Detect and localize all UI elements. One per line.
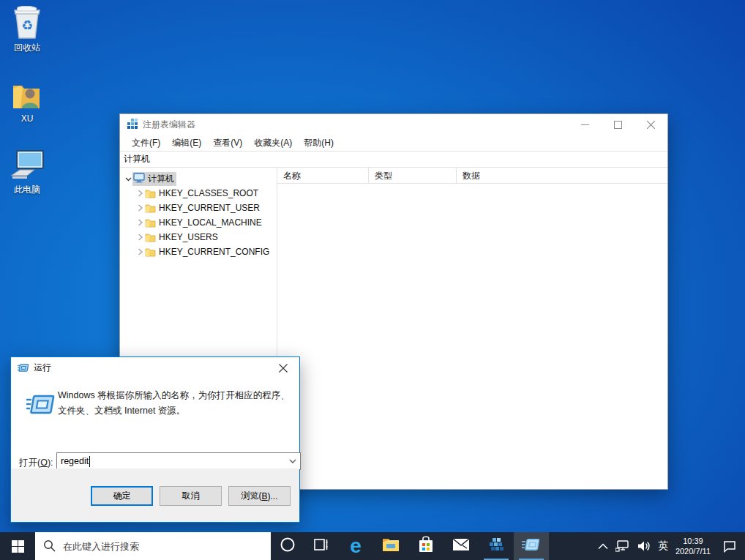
open-field-label: 打开(O): [19,457,53,469]
chevron-right-icon[interactable] [135,248,144,255]
mail-icon [452,538,470,554]
action-center-button[interactable] [714,532,745,560]
dropdown-button[interactable] [285,453,300,469]
tree-item-hkey-users[interactable]: HKEY_USERS [120,230,277,244]
run-description-line2: 文件夹、文档或 Internet 资源。 [58,403,292,419]
chevron-right-icon[interactable] [135,234,144,241]
cortana-icon [280,537,296,556]
task-view-button[interactable] [304,532,338,560]
run-dialog: 运行 Windows 将根据你所输入的名称，为你打开相应的程序、 文件夹、文档或… [10,356,300,523]
folder-icon [145,218,156,228]
run-description-line1: Windows 将根据你所输入的名称，为你打开相应的程序、 [58,388,292,403]
tree-item-label: 计算机 [148,173,174,185]
desktop-icon-user-folder[interactable]: XU [1,78,53,124]
tree-item-hkey-current-config[interactable]: HKEY_CURRENT_CONFIG [120,244,277,259]
regedit-icon [487,536,505,556]
desktop-icon-label: 此电脑 [1,184,53,196]
desktop-wallpaper: ♻ 回收站 XU 此电脑 [0,0,745,560]
run-dialog-title: 运行 [34,362,266,374]
system-tray: 英 10:39 2020/7/11 [594,532,745,560]
chevron-right-icon[interactable] [135,219,144,226]
desktop-icon-label: 回收站 [1,42,53,54]
run-dialog-titlebar[interactable]: 运行 [11,357,299,378]
desktop-icon-recycle-bin[interactable]: ♻ 回收站 [1,6,53,54]
minimize-button[interactable] [569,114,602,135]
tree-item-label: HKEY_CURRENT_USER [159,203,260,213]
tree-item-hkey-current-user[interactable]: HKEY_CURRENT_USER [120,201,277,215]
search-input[interactable] [35,532,271,560]
tree-item-label: HKEY_USERS [159,232,218,242]
mail-button[interactable] [443,532,479,560]
registry-values-pane: 名称 类型 数据 [277,168,667,489]
regedit-address-bar[interactable]: 计算机 [120,151,667,168]
file-explorer-icon [382,537,400,555]
regedit-taskbar-button[interactable] [479,532,514,560]
desktop-icon-this-pc[interactable]: 此电脑 [1,148,53,196]
column-header-type[interactable]: 类型 [369,168,457,183]
regedit-app-icon [127,119,138,130]
folder-icon [145,204,156,213]
search-icon [43,540,56,555]
column-header-data[interactable]: 数据 [457,168,667,183]
column-header-name[interactable]: 名称 [277,168,369,183]
clock-date: 2020/7/11 [675,546,711,556]
values-list-empty-area[interactable] [277,184,667,489]
menu-favorites[interactable]: 收藏夹(A) [248,135,298,152]
ime-language-indicator[interactable]: 英 [654,532,672,560]
run-dialog-body: Windows 将根据你所输入的名称，为你打开相应的程序、 文件夹、文档或 In… [11,378,299,469]
tree-item-label: HKEY_CURRENT_CONFIG [159,247,269,257]
open-input[interactable]: regedit [56,452,301,470]
edge-button[interactable]: e [338,532,373,560]
run-icon [522,537,541,556]
chevron-right-icon[interactable] [135,190,144,197]
chevron-right-icon[interactable] [135,204,144,212]
close-icon[interactable] [266,358,299,378]
menu-edit[interactable]: 编辑(E) [166,135,207,152]
run-dialog-icon [18,363,29,373]
run-dialog-footer: 确定 取消 浏览(B)... [11,468,299,522]
taskbar-search[interactable] [35,532,271,560]
volume-icon[interactable] [634,532,654,560]
text-caret [89,456,90,467]
tree-item-hkey-local-machine[interactable]: HKEY_LOCAL_MACHINE [120,215,277,230]
run-taskbar-button[interactable] [514,532,549,560]
menu-view[interactable]: 查看(V) [207,135,248,152]
start-button[interactable] [0,532,35,560]
run-icon [26,393,56,421]
clock-time: 10:39 [683,536,703,546]
svg-text:♻: ♻ [21,18,33,33]
cancel-button[interactable]: 取消 [160,486,222,506]
taskbar-clock[interactable]: 10:39 2020/7/11 [672,532,714,560]
regedit-window-title: 注册表编辑器 [143,119,569,131]
folder-icon [145,247,156,257]
menu-help[interactable]: 帮助(H) [298,135,340,152]
folder-icon [145,189,156,198]
regedit-titlebar[interactable]: 注册表编辑器 [120,114,667,135]
tree-item-label: HKEY_CLASSES_ROOT [159,188,258,198]
store-button[interactable] [408,532,443,560]
network-icon[interactable] [612,532,634,560]
tree-item-label: HKEY_LOCAL_MACHINE [159,217,262,228]
cortana-button[interactable] [271,532,304,560]
maximize-button[interactable] [602,114,634,135]
file-explorer-button[interactable] [373,532,408,560]
recycle-bin-icon: ♻ [1,6,53,40]
address-value: 计算机 [120,153,150,165]
ok-button[interactable]: 确定 [91,486,153,506]
tree-item-computer[interactable]: 计算机 [120,171,277,186]
browse-button[interactable]: 浏览(B)... [228,486,291,506]
hidden-icons-chevron[interactable] [594,532,612,560]
close-button[interactable] [634,114,667,135]
list-column-headers: 名称 类型 数据 [277,168,667,184]
chevron-down-icon[interactable] [124,176,132,182]
run-description: Windows 将根据你所输入的名称，为你打开相应的程序、 文件夹、文档或 In… [58,388,292,419]
desktop-icon-label: XU [1,113,53,124]
open-input-value: regedit [57,456,89,466]
this-pc-icon [1,148,53,182]
tree-item-hkey-classes-root[interactable]: HKEY_CLASSES_ROOT [120,186,277,201]
regedit-menubar: 文件(F) 编辑(E) 查看(V) 收藏夹(A) 帮助(H) [120,135,667,151]
menu-file[interactable]: 文件(F) [126,135,166,152]
store-icon [418,536,434,556]
user-folder-icon [1,78,53,111]
taskbar: e [0,532,745,560]
